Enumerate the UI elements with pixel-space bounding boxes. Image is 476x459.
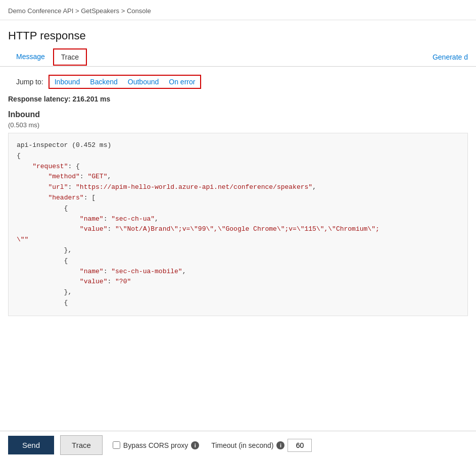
jump-link-on-error[interactable]: On error bbox=[169, 78, 195, 86]
code-block: api-inspector (0.452 ms) { "request": { … bbox=[8, 133, 468, 316]
breadcrumb-part-1: Demo Conference API bbox=[8, 7, 73, 15]
response-latency-label: Response latency: bbox=[8, 95, 71, 103]
code-line-value2: "value": "?0" bbox=[17, 277, 459, 287]
jump-to-row: Jump to: Inbound Backend Outbound On err… bbox=[8, 69, 468, 95]
code-line-value1b: \"" bbox=[17, 235, 459, 245]
inbound-duration: (0.503 ms) bbox=[8, 121, 468, 129]
jump-link-backend[interactable]: Backend bbox=[90, 78, 117, 86]
jump-to-label: Jump to: bbox=[16, 78, 43, 86]
timeout-info-icon[interactable]: i bbox=[276, 441, 284, 449]
bottom-bar: Send Trace Bypass CORS proxy i Timeout (… bbox=[0, 431, 476, 459]
timeout-input[interactable] bbox=[288, 439, 312, 452]
bypass-cors-info-icon[interactable]: i bbox=[191, 441, 199, 449]
trace-button[interactable]: Trace bbox=[60, 435, 103, 455]
jump-link-outbound[interactable]: Outbound bbox=[128, 78, 159, 86]
bypass-cors-area: Bypass CORS proxy i bbox=[113, 441, 199, 449]
page-title-area: HTTP response bbox=[0, 20, 476, 47]
main-container: Demo Conference API > GetSpeakers > Cons… bbox=[0, 0, 476, 360]
code-line-headers: "headers": [ bbox=[17, 193, 459, 203]
jump-links-box: Inbound Backend Outbound On error bbox=[49, 75, 202, 89]
breadcrumb-sep-2: > bbox=[121, 7, 127, 15]
breadcrumb: Demo Conference API > GetSpeakers > Cons… bbox=[0, 0, 476, 20]
breadcrumb-part-2: GetSpeakers bbox=[81, 7, 119, 15]
jump-link-inbound[interactable]: Inbound bbox=[55, 78, 80, 86]
bypass-cors-checkbox[interactable] bbox=[113, 441, 120, 449]
code-line-close1: }, bbox=[17, 245, 459, 256]
content-area: Jump to: Inbound Backend Outbound On err… bbox=[0, 67, 476, 324]
page-title: HTTP response bbox=[8, 29, 468, 42]
code-line-brace1: { bbox=[17, 203, 459, 214]
bypass-cors-label: Bypass CORS proxy bbox=[123, 441, 188, 449]
code-line-open-brace: { bbox=[17, 151, 459, 162]
code-line-value1: "value": "\"Not/A)Brand\";v=\"99\",\"Goo… bbox=[17, 224, 459, 235]
code-line-method: "method": "GET", bbox=[17, 172, 459, 182]
timeout-area: Timeout (in second) i bbox=[211, 439, 312, 452]
code-line-request: "request": { bbox=[17, 162, 459, 172]
code-line-url: "url": "https://apim-hello-world.azure-a… bbox=[17, 182, 459, 193]
breadcrumb-sep-1: > bbox=[75, 7, 81, 15]
breadcrumb-part-3: Console bbox=[127, 7, 151, 15]
response-latency-value: 216.201 ms bbox=[73, 95, 111, 103]
tab-message[interactable]: Message bbox=[8, 47, 53, 67]
code-line-name2: "name": "sec-ch-ua-mobile", bbox=[17, 267, 459, 277]
tab-trace[interactable]: Trace bbox=[53, 48, 87, 66]
generate-link[interactable]: Generate d bbox=[433, 48, 468, 66]
code-inspector-header: api-inspector (0.452 ms) bbox=[17, 140, 459, 151]
send-button[interactable]: Send bbox=[8, 436, 54, 454]
timeout-label: Timeout (in second) bbox=[211, 441, 273, 449]
code-line-close2: }, bbox=[17, 287, 459, 298]
tabs-row: Message Trace Generate d bbox=[0, 47, 476, 67]
code-line-brace2: { bbox=[17, 256, 459, 267]
inbound-title: Inbound bbox=[8, 110, 468, 119]
code-line-brace3: { bbox=[17, 298, 459, 309]
response-latency: Response latency: 216.201 ms bbox=[8, 95, 468, 103]
code-line-name1: "name": "sec-ch-ua", bbox=[17, 214, 459, 225]
